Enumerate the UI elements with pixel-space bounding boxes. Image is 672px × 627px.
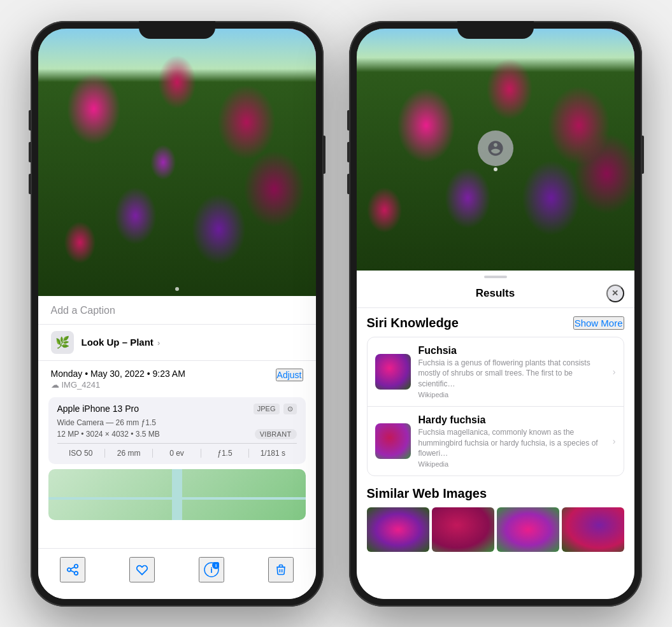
lookup-row[interactable]: 🌿 Look Up – Plant › bbox=[38, 325, 316, 361]
share-button[interactable] bbox=[60, 557, 85, 582]
lookup-label: Look Up – Plant › bbox=[82, 337, 161, 348]
photo-dot-left bbox=[175, 287, 179, 291]
caption-area[interactable]: Add a Caption bbox=[38, 296, 316, 325]
info-button[interactable]: i i bbox=[199, 557, 224, 582]
delete-button[interactable] bbox=[268, 557, 294, 582]
siri-knowledge-title: Siri Knowledge bbox=[367, 316, 459, 330]
hardy-desc: Fuchsia magellanica, commonly known as t… bbox=[418, 427, 605, 459]
similar-image-2[interactable] bbox=[432, 507, 494, 552]
lookup-chevron-icon: › bbox=[157, 338, 160, 348]
location-info: ☁ IMG_4241 bbox=[51, 380, 185, 390]
plant-lookup-icon: 🌿 bbox=[51, 331, 74, 354]
left-photo[interactable] bbox=[38, 29, 316, 296]
results-content[interactable]: Siri Knowledge Show More Fuchsia Fuchsia… bbox=[357, 308, 634, 599]
map-area[interactable] bbox=[48, 469, 306, 520]
fuchsia-desc: Fuchsia is a genus of flowering plants t… bbox=[418, 358, 605, 390]
similar-image-3[interactable] bbox=[497, 507, 559, 552]
vibrant-badge: VIBRANT bbox=[255, 429, 297, 439]
focal-value: 26 mm bbox=[105, 449, 153, 458]
photo-flowers-left bbox=[38, 29, 316, 296]
adjust-button[interactable]: Adjust bbox=[276, 369, 303, 381]
notch-right bbox=[457, 21, 534, 39]
fuchsia-chevron-icon: › bbox=[613, 367, 616, 377]
ev-value: 0 ev bbox=[153, 449, 201, 458]
specs-text: 12 MP • 3024 × 4032 • 3.5 MB bbox=[57, 430, 160, 439]
siri-knowledge-header: Siri Knowledge Show More bbox=[367, 316, 624, 330]
svg-text:i: i bbox=[215, 563, 217, 568]
date-row: Monday • May 30, 2022 • 9:23 AM ☁ IMG_42… bbox=[38, 361, 316, 392]
left-phone-frame: Add a Caption 🌿 Look Up – Plant › Mo bbox=[31, 21, 324, 607]
hardy-chevron-icon: › bbox=[613, 436, 616, 446]
phones-container: Add a Caption 🌿 Look Up – Plant › Mo bbox=[31, 21, 642, 607]
device-name: Apple iPhone 13 Pro bbox=[57, 404, 139, 414]
similar-image-1[interactable] bbox=[367, 507, 429, 552]
results-title: Results bbox=[385, 287, 606, 300]
notch-left bbox=[139, 21, 215, 39]
fuchsia-source: Wikipedia bbox=[418, 391, 605, 398]
show-more-button[interactable]: Show More bbox=[573, 316, 624, 330]
similar-images-row bbox=[367, 507, 624, 552]
device-badges: JPEG ⊙ bbox=[254, 404, 297, 414]
right-phone-screen: Results ✕ Siri Knowledge Show More bbox=[357, 29, 634, 599]
right-phone-frame: Results ✕ Siri Knowledge Show More bbox=[349, 21, 642, 607]
shutter-value: 1/181 s bbox=[249, 449, 296, 458]
similar-title: Similar Web Images bbox=[367, 486, 624, 501]
bottom-toolbar: i i bbox=[38, 548, 316, 599]
visual-lookup-button[interactable] bbox=[478, 130, 513, 166]
results-panel: Results ✕ Siri Knowledge Show More bbox=[357, 271, 634, 599]
fuchsia-name: Fuchsia bbox=[418, 345, 605, 356]
right-photo[interactable] bbox=[357, 29, 634, 271]
similar-section: Similar Web Images bbox=[367, 486, 624, 552]
map-roads bbox=[48, 469, 306, 520]
date-info: Monday • May 30, 2022 • 9:23 AM bbox=[51, 369, 185, 379]
location-badge: ⊙ bbox=[283, 404, 297, 414]
iso-value: ISO 50 bbox=[57, 449, 105, 458]
aperture-value: ƒ1.5 bbox=[201, 449, 249, 458]
home-indicator-right bbox=[457, 599, 534, 602]
knowledge-item-fuchsia[interactable]: Fuchsia Fuchsia is a genus of flowering … bbox=[368, 337, 624, 407]
favorite-button[interactable] bbox=[129, 557, 155, 582]
vl-dot bbox=[494, 167, 497, 171]
hardy-thumbnail bbox=[375, 423, 411, 459]
results-header: Results ✕ bbox=[357, 282, 634, 308]
hardy-text: Hardy fuchsia Fuchsia magellanica, commo… bbox=[418, 414, 605, 468]
knowledge-card: Fuchsia Fuchsia is a genus of flowering … bbox=[367, 337, 624, 477]
cloud-icon: ☁ bbox=[51, 380, 59, 390]
svg-text:i: i bbox=[210, 565, 213, 575]
knowledge-item-hardy[interactable]: Hardy fuchsia Fuchsia magellanica, commo… bbox=[368, 407, 624, 476]
hardy-source: Wikipedia bbox=[418, 460, 605, 468]
fuchsia-thumbnail bbox=[375, 354, 411, 390]
similar-image-4[interactable] bbox=[562, 507, 624, 552]
camera-info: Wide Camera — 26 mm ƒ1.5 bbox=[57, 418, 297, 427]
hardy-name: Hardy fuchsia bbox=[418, 414, 605, 426]
panel-handle[interactable] bbox=[484, 276, 507, 278]
home-indicator-left bbox=[139, 599, 215, 602]
exif-row: ISO 50 26 mm 0 ev ƒ1.5 1/181 s bbox=[57, 443, 297, 458]
left-phone-screen: Add a Caption 🌿 Look Up – Plant › Mo bbox=[38, 29, 316, 599]
specs-row: 12 MP • 3024 × 4032 • 3.5 MB VIBRANT bbox=[57, 429, 297, 439]
caption-placeholder: Add a Caption bbox=[51, 305, 115, 316]
close-button[interactable]: ✕ bbox=[606, 285, 624, 302]
device-row: Apple iPhone 13 Pro JPEG ⊙ bbox=[57, 404, 297, 414]
jpeg-badge: JPEG bbox=[254, 404, 280, 414]
fuchsia-text: Fuchsia Fuchsia is a genus of flowering … bbox=[418, 345, 605, 398]
device-card: Apple iPhone 13 Pro JPEG ⊙ Wide Camera —… bbox=[48, 397, 306, 464]
